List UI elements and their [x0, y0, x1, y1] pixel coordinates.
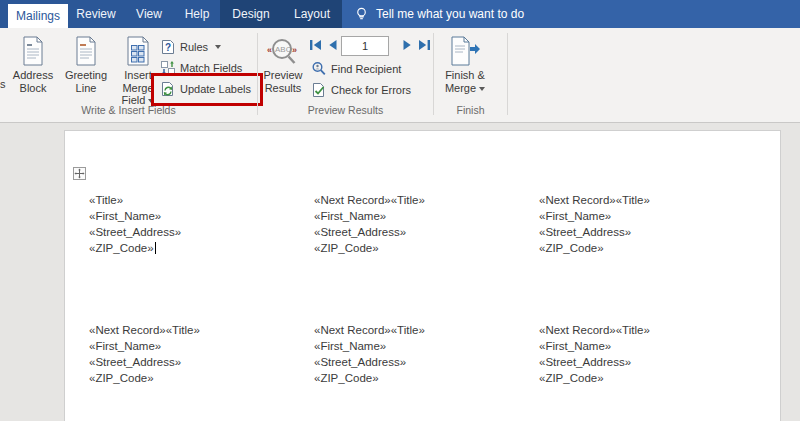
merge-field-line: «First_Name»	[89, 208, 304, 224]
tell-me-label: Tell me what you want to do	[376, 7, 524, 21]
address-block-label-1: Address	[7, 69, 59, 82]
contextual-tab-group: Design Layout	[220, 0, 342, 28]
clipped-button-label[interactable]: s	[0, 78, 7, 90]
preview-results-button[interactable]: « ABC » Preview Results	[260, 33, 306, 101]
first-record-button[interactable]	[308, 38, 323, 52]
ribbon: s Address Block	[0, 28, 800, 123]
document-page[interactable]: «Title» «First_Name» «Street_Address» «Z…	[64, 130, 781, 421]
label-cell[interactable]: «Next Record»«Title» «First_Name» «Stree…	[314, 322, 529, 386]
merge-field-line: «Street_Address»	[314, 354, 529, 370]
greeting-line-label-2: Line	[60, 82, 112, 95]
rules-icon: ?	[160, 39, 176, 55]
chevron-down-icon	[215, 45, 221, 49]
address-block-icon	[7, 33, 59, 69]
merge-field-line: «ZIP_Code»	[314, 370, 529, 386]
merge-field-line: «Next Record»«Title»	[539, 322, 754, 338]
tab-layout[interactable]: Layout	[282, 0, 342, 28]
find-recipient-button[interactable]: Find Recipient	[311, 59, 401, 79]
merge-field-line: «Next Record»«Title»	[89, 322, 304, 338]
check-for-errors-button[interactable]: Check for Errors	[311, 80, 411, 100]
merge-field-line: «Title»	[89, 192, 304, 208]
tab-review[interactable]: Review	[68, 0, 124, 28]
lightbulb-icon	[354, 6, 369, 22]
group-divider	[433, 33, 434, 115]
merge-field-line: «Next Record»«Title»	[314, 192, 529, 208]
merge-field-line: «First_Name»	[89, 338, 304, 354]
svg-text:«: «	[267, 45, 272, 55]
next-record-button[interactable]	[400, 38, 415, 52]
find-recipient-label: Find Recipient	[331, 63, 401, 75]
tab-mailings[interactable]: Mailings	[8, 4, 68, 28]
address-block-label-2: Block	[7, 82, 59, 95]
label-cell[interactable]: «Next Record»«Title» «First_Name» «Stree…	[539, 192, 754, 256]
merge-field-line: «Street_Address»	[314, 224, 529, 240]
merge-field-line: «Street_Address»	[89, 224, 304, 240]
merge-field-line: «ZIP_Code»	[314, 240, 529, 256]
previous-record-icon	[327, 39, 338, 51]
tell-me-box[interactable]: Tell me what you want to do	[342, 0, 800, 28]
preview-results-label-2: Results	[260, 82, 306, 95]
group-divider	[507, 33, 508, 115]
first-record-icon	[309, 39, 323, 51]
last-record-button[interactable]	[416, 38, 431, 52]
find-recipient-icon	[311, 61, 327, 77]
merge-field-line: «ZIP_Code»	[539, 240, 754, 256]
greeting-line-icon	[60, 33, 112, 69]
check-for-errors-label: Check for Errors	[331, 84, 411, 96]
insert-merge-field-icon	[110, 33, 166, 69]
merge-field-line: «Next Record»«Title»	[539, 192, 754, 208]
tab-design[interactable]: Design	[220, 0, 282, 28]
merge-field-line: «Next Record»«Title»	[314, 322, 529, 338]
finish-merge-label-2: Merge	[445, 82, 476, 94]
merge-field-line: «First_Name»	[539, 338, 754, 354]
last-record-icon	[417, 39, 431, 51]
finish-merge-label-1: Finish &	[440, 69, 490, 82]
svg-text:?: ?	[165, 42, 171, 53]
table-move-handle-icon[interactable]	[73, 167, 86, 180]
merge-field-line: «ZIP_Code»	[539, 370, 754, 386]
check-for-errors-icon	[311, 82, 327, 98]
document-area: «Title» «First_Name» «Street_Address» «Z…	[0, 123, 800, 421]
address-block-button[interactable]: Address Block	[7, 33, 59, 101]
label-cell[interactable]: «Next Record»«Title» «First_Name» «Stree…	[89, 322, 304, 386]
preview-results-label-1: Preview	[260, 69, 306, 82]
rules-label: Rules	[180, 41, 208, 53]
previous-record-button[interactable]	[325, 38, 340, 52]
ribbon-tab-bar: Mailings Review View Help Design Layout …	[0, 0, 800, 28]
finish-merge-icon	[440, 33, 490, 69]
merge-field-line: «Street_Address»	[539, 354, 754, 370]
chevron-down-icon	[479, 87, 485, 91]
rules-button[interactable]: ? Rules	[160, 37, 221, 57]
merge-field-line: «ZIP_Code»	[89, 370, 304, 386]
merge-field-line: «First_Name»	[539, 208, 754, 224]
merge-field-line: «Street_Address»	[539, 224, 754, 240]
group-label-write-insert: Write & Insert Fields	[0, 104, 257, 116]
label-cell[interactable]: «Next Record»«Title» «First_Name» «Stree…	[314, 192, 529, 256]
word-window: Mailings Review View Help Design Layout …	[0, 0, 800, 421]
tabbar-spacer	[0, 0, 8, 28]
merge-field-line: «First_Name»	[314, 338, 529, 354]
preview-results-icon: « ABC »	[260, 33, 306, 69]
finish-merge-button[interactable]: Finish & Merge	[440, 33, 490, 101]
greeting-line-button[interactable]: Greeting Line	[60, 33, 112, 101]
highlight-rectangle	[151, 73, 263, 106]
record-number-input[interactable]	[341, 36, 389, 56]
group-divider	[257, 33, 258, 115]
tab-view[interactable]: View	[124, 0, 174, 28]
merge-field-line: «First_Name»	[314, 208, 529, 224]
next-record-icon	[402, 39, 413, 51]
label-cell[interactable]: «Title» «First_Name» «Street_Address» «Z…	[89, 192, 304, 256]
greeting-line-label-1: Greeting	[60, 69, 112, 82]
text-cursor	[155, 242, 156, 254]
merge-field-line: «ZIP_Code»	[89, 242, 154, 254]
label-cell[interactable]: «Next Record»«Title» «First_Name» «Stree…	[539, 322, 754, 386]
svg-text:»: »	[292, 45, 297, 55]
group-label-preview-results: Preview Results	[258, 104, 433, 116]
group-label-finish: Finish	[434, 104, 507, 116]
merge-field-line: «Street_Address»	[89, 354, 304, 370]
tab-help[interactable]: Help	[174, 0, 220, 28]
